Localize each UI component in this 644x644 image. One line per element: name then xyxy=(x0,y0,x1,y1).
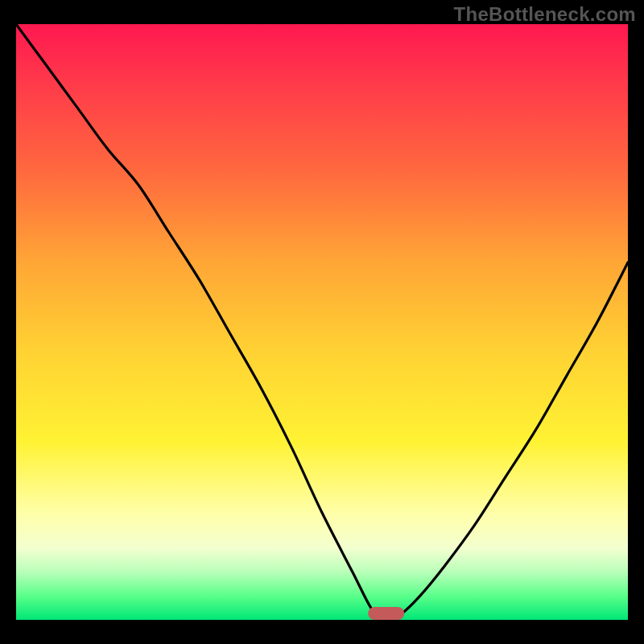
watermark-label: TheBottleneck.com xyxy=(454,3,636,26)
bottleneck-curve xyxy=(16,24,628,620)
optimal-marker xyxy=(368,607,405,620)
chart-frame: TheBottleneck.com xyxy=(0,0,644,644)
curve-path xyxy=(16,24,628,620)
plot-area xyxy=(16,24,628,620)
